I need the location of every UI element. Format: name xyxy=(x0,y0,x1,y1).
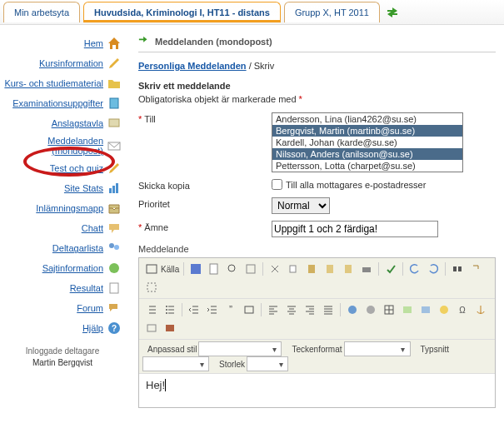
smiley-icon[interactable] xyxy=(436,301,452,318)
source-button[interactable] xyxy=(143,261,160,277)
format-combo[interactable]: ▾ xyxy=(344,341,411,356)
table-icon[interactable] xyxy=(381,301,397,318)
replace-icon[interactable] xyxy=(467,261,484,277)
svg-rect-9 xyxy=(110,283,118,293)
recipient-item[interactable]: Pettersson, Lotta (charpet@su.se) xyxy=(272,160,462,172)
inbox-icon xyxy=(107,201,122,216)
recipient-item[interactable]: Nilsson, Anders (anilsson@su.se) xyxy=(272,148,462,160)
style-combo[interactable]: ▾ xyxy=(198,341,282,356)
recipient-item[interactable]: Bergqvist, Martin (martinb@su.se) xyxy=(272,125,462,137)
unlink-icon[interactable] xyxy=(362,301,379,318)
tab-workspace[interactable]: Min arbetsyta xyxy=(3,2,80,22)
breadcrumb-link[interactable]: Personliga Meddelanden xyxy=(138,61,247,71)
save-icon[interactable] xyxy=(187,261,204,277)
tab-group[interactable]: Grupp X, HT 2011 xyxy=(284,2,380,22)
breadcrumb-current: Skriv xyxy=(254,61,274,71)
recipients-list[interactable]: Andersson, Lina (lian4262@su.se) Bergqvi… xyxy=(272,112,463,172)
svg-point-6 xyxy=(109,243,114,248)
newpage-icon[interactable] xyxy=(206,261,222,277)
audio-icon[interactable] xyxy=(162,320,178,336)
selectall-icon[interactable] xyxy=(143,279,160,296)
nav-sajtinfo[interactable]: Sajtinformation xyxy=(42,263,103,273)
nav-chatt[interactable]: Chatt xyxy=(82,223,103,233)
cut-icon[interactable] xyxy=(267,261,283,277)
to-label: * Till xyxy=(138,112,272,124)
cc-label: Skicka kopia xyxy=(138,179,272,191)
chevron-down-icon: ▾ xyxy=(197,360,207,369)
nav-forum[interactable]: Forum xyxy=(77,303,103,313)
cc-checkbox-label[interactable]: Till alla mottagares e-postadresser xyxy=(272,179,426,190)
copy-icon[interactable] xyxy=(285,261,302,277)
svg-rect-16 xyxy=(247,265,255,273)
bulletlist-icon[interactable] xyxy=(162,301,178,318)
paste-word-icon[interactable] xyxy=(340,261,357,277)
embed-icon[interactable] xyxy=(143,320,160,336)
aligncenter-icon[interactable] xyxy=(283,301,300,318)
link-icon[interactable] xyxy=(344,301,361,318)
preview-icon[interactable] xyxy=(224,261,241,277)
recipient-item[interactable]: Kardell, Johan (karde@su.se) xyxy=(272,137,462,148)
message-label: Meddelande xyxy=(138,244,496,254)
svg-rect-19 xyxy=(327,265,333,273)
swap-small-icon[interactable] xyxy=(138,35,150,48)
size-combo[interactable]: ▾ xyxy=(247,356,288,371)
outdent-icon[interactable] xyxy=(186,301,202,318)
logged-in-title: Inloggade deltagare xyxy=(0,346,125,356)
div-icon[interactable] xyxy=(241,301,257,318)
alignleft-icon[interactable] xyxy=(265,301,282,318)
editor-body[interactable]: Hej! xyxy=(139,374,495,407)
folder-icon xyxy=(107,76,122,91)
svg-rect-14 xyxy=(210,264,217,274)
print-icon[interactable] xyxy=(358,261,375,277)
anchor-icon[interactable] xyxy=(472,301,489,318)
font-combo[interactable]: ▾ xyxy=(142,356,209,371)
nav-inlamning[interactable]: Inlämningsmapp xyxy=(36,203,103,213)
nav-anslag[interactable]: Anslagstavla xyxy=(52,118,103,128)
svg-point-27 xyxy=(166,312,167,314)
svg-rect-12 xyxy=(147,265,157,273)
paste-icon[interactable] xyxy=(303,261,320,277)
priority-label: Prioritet xyxy=(138,197,272,209)
priority-select[interactable]: Normal xyxy=(272,197,330,214)
alignright-icon[interactable] xyxy=(302,301,318,318)
svg-text:Ω: Ω xyxy=(459,306,466,315)
redo-icon[interactable] xyxy=(425,261,442,277)
nav-hem[interactable]: Hem xyxy=(84,38,103,48)
numlist-icon[interactable] xyxy=(143,301,160,318)
swap-icon[interactable] xyxy=(385,5,400,20)
nav-stats[interactable]: Site Stats xyxy=(64,183,103,193)
svg-point-15 xyxy=(228,265,235,271)
page-title: Meddelanden (mondopost) xyxy=(138,35,496,52)
nav-meddelanden[interactable]: Meddelanden(mondopost) xyxy=(47,136,103,156)
nav-exam[interactable]: Examinationsuppgifter xyxy=(12,98,103,108)
cc-checkbox[interactable] xyxy=(272,179,282,190)
movie-icon[interactable] xyxy=(417,301,434,318)
blockquote-icon[interactable]: ” xyxy=(222,301,239,318)
special-icon[interactable]: Ω xyxy=(454,301,471,318)
template-icon[interactable] xyxy=(242,261,259,277)
paste-text-icon[interactable] xyxy=(322,261,338,277)
find-icon[interactable] xyxy=(449,261,466,277)
justify-icon[interactable] xyxy=(320,301,337,318)
subject-input[interactable] xyxy=(272,221,438,237)
logged-in-name: Martin Bergqvist xyxy=(0,358,125,367)
tab-course[interactable]: Huvudsida, Kriminologi I, HT11 - distans xyxy=(83,2,281,22)
svg-rect-38 xyxy=(166,325,174,331)
undo-icon[interactable] xyxy=(407,261,423,277)
svg-rect-20 xyxy=(345,265,352,273)
nav-kursinfo[interactable]: Kursinformation xyxy=(39,58,103,68)
indent-icon[interactable] xyxy=(204,301,221,318)
nav-deltagarlista[interactable]: Deltagarlista xyxy=(52,243,103,253)
nav-hjalp[interactable]: Hjälp xyxy=(82,323,103,333)
svg-rect-29 xyxy=(245,306,253,313)
nav-quiz[interactable]: Test och quiz xyxy=(50,163,103,173)
spellcheck-icon[interactable] xyxy=(382,261,399,277)
globe-icon xyxy=(107,261,122,276)
nav-resultat[interactable]: Resultat xyxy=(70,283,103,293)
recipient-item[interactable]: Andersson, Lina (lian4262@su.se) xyxy=(272,113,462,125)
nav-kursmat[interactable]: Kurs- och studiematerial xyxy=(4,78,103,88)
forum-icon xyxy=(107,301,122,316)
image-icon[interactable] xyxy=(399,301,416,318)
pencil-icon xyxy=(107,56,122,71)
board-icon xyxy=(107,116,122,131)
